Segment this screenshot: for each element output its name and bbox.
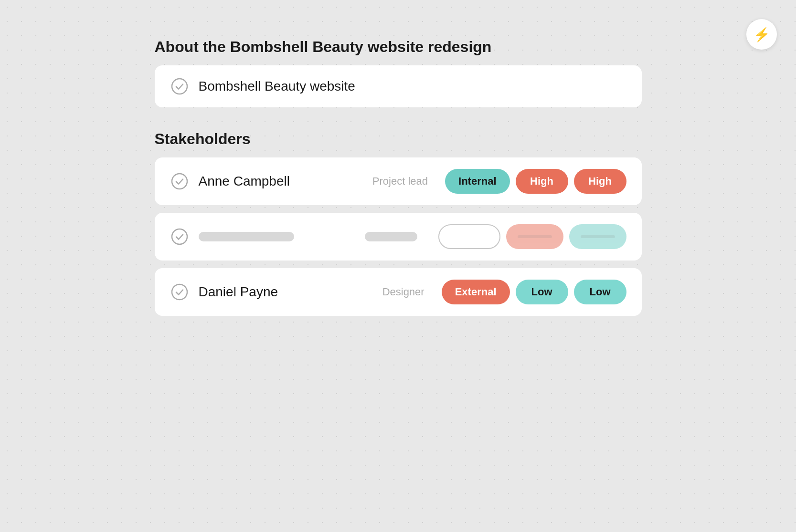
anne-name: Anne Campbell [199,174,363,189]
svg-point-1 [172,174,187,189]
check-icon-anne [170,172,189,191]
anne-tag-high-2: High [574,169,626,194]
check-icon-daniel [170,282,189,302]
anne-tag-internal: Internal [445,169,509,194]
skeleton-tag-teal [569,224,626,249]
page-container: About the Bombshell Beauty website redes… [136,0,661,343]
skeleton-inner-teal [581,235,615,238]
anne-tag-high-1: High [516,169,568,194]
stakeholders-section: Stakeholders Anne Campbell Project lead … [155,130,642,316]
svg-point-2 [172,229,187,244]
stakeholders-title: Stakeholders [155,130,642,148]
check-icon-skeleton [170,227,189,246]
about-section: About the Bombshell Beauty website redes… [155,38,642,107]
skeleton-tags [438,224,626,249]
skeleton-tag-orange [506,224,563,249]
lightning-button[interactable]: ⚡ [746,19,777,50]
project-name: Bombshell Beauty website [199,79,626,94]
skeleton-name-bar [199,232,294,241]
daniel-tag-low-1: Low [516,280,568,304]
daniel-role: Designer [382,286,425,298]
daniel-tag-low-2: Low [574,280,626,304]
svg-point-0 [172,79,187,94]
about-title: About the Bombshell Beauty website redes… [155,38,642,56]
daniel-name: Daniel Payne [199,284,373,300]
daniel-tag-external: External [442,280,510,304]
project-card: Bombshell Beauty website [155,65,642,107]
anne-tags: Internal High High [445,169,626,194]
daniel-tags: External Low Low [442,280,626,304]
check-icon-project [170,77,189,96]
lightning-icon: ⚡ [754,27,770,42]
stakeholder-card-anne: Anne Campbell Project lead Internal High… [155,157,642,205]
skeleton-role-bar [365,232,417,241]
stakeholder-card-daniel: Daniel Payne Designer External Low Low [155,268,642,316]
anne-role: Project lead [372,175,428,188]
svg-point-3 [172,284,187,300]
skeleton-tag-outline [438,224,500,249]
stakeholder-card-skeleton [155,213,642,261]
skeleton-inner-orange [518,235,552,238]
